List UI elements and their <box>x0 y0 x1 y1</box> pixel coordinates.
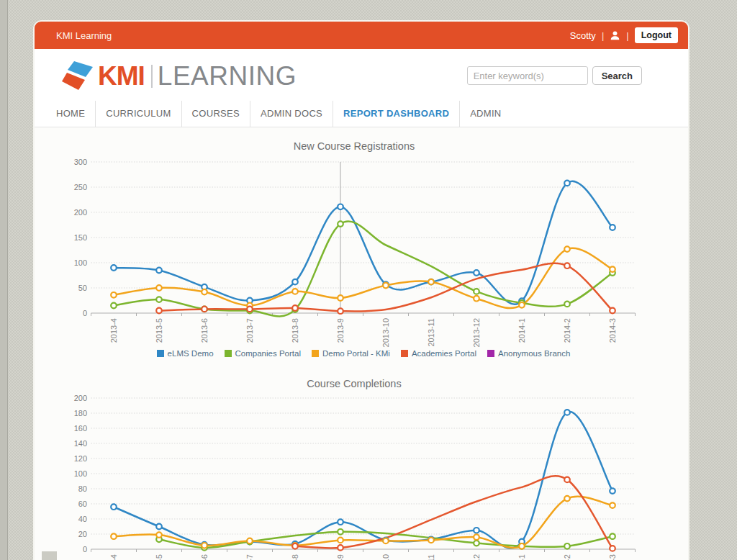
svg-text:2013-9: 2013-9 <box>336 554 345 560</box>
chart-course-completions: Course Completions0204060801001201401601… <box>35 374 688 560</box>
separator: | <box>602 30 604 41</box>
svg-text:120: 120 <box>74 454 87 463</box>
svg-text:180: 180 <box>74 409 87 417</box>
svg-text:2013-8: 2013-8 <box>291 318 299 343</box>
svg-text:2013-10: 2013-10 <box>381 554 390 560</box>
svg-text:2014-2: 2014-2 <box>563 554 571 560</box>
nav-item-admin-docs[interactable]: ADMIN DOCS <box>250 101 333 127</box>
top-bar: KMI Learning Scotty | | Logout <box>35 22 688 49</box>
svg-text:200: 200 <box>74 394 87 402</box>
svg-text:2013-12: 2013-12 <box>472 318 481 347</box>
svg-text:2014-3: 2014-3 <box>608 318 617 343</box>
svg-text:2013-7: 2013-7 <box>245 554 254 560</box>
svg-text:New Course Registrations: New Course Registrations <box>294 140 415 152</box>
chart-legend: eLMS DemoCompanies PortalDemo Portal - K… <box>91 349 636 358</box>
svg-text:100: 100 <box>74 469 87 478</box>
svg-text:150: 150 <box>74 233 87 242</box>
svg-text:100: 100 <box>74 258 87 267</box>
svg-text:2013-5: 2013-5 <box>155 554 163 560</box>
svg-text:0: 0 <box>83 545 87 554</box>
svg-text:80: 80 <box>78 484 87 493</box>
legend-swatch <box>487 350 494 357</box>
svg-text:2013-9: 2013-9 <box>336 318 345 343</box>
svg-text:2014-2: 2014-2 <box>563 318 571 343</box>
legend-item: eLMS Demo <box>157 349 214 358</box>
svg-text:2014-3: 2014-3 <box>608 554 617 560</box>
nav-item-admin[interactable]: ADMIN <box>460 101 511 127</box>
svg-text:0: 0 <box>83 309 87 317</box>
legend-swatch <box>225 350 232 357</box>
chart-new-course-registrations: New Course Registrations0501001502002503… <box>35 137 688 353</box>
search-input[interactable] <box>467 66 588 85</box>
svg-text:Course Completions: Course Completions <box>307 378 401 389</box>
legend-item: Companies Portal <box>225 349 301 358</box>
user-icon <box>610 30 620 41</box>
svg-text:40: 40 <box>78 515 87 523</box>
svg-text:2013-8: 2013-8 <box>291 554 299 560</box>
svg-text:2013-11: 2013-11 <box>427 318 435 347</box>
svg-text:50: 50 <box>78 284 87 292</box>
scroll-corner <box>42 551 57 560</box>
logout-button[interactable]: Logout <box>635 27 678 43</box>
legend-item: Anonymous Branch <box>487 349 570 358</box>
app-window: KMI Learning Scotty | | Logout KMI LEARN… <box>35 22 688 560</box>
legend-swatch <box>401 350 408 357</box>
svg-text:60: 60 <box>78 500 87 508</box>
svg-text:2013-6: 2013-6 <box>200 318 209 343</box>
legend-item: Academies Portal <box>401 349 476 358</box>
search-area: Search <box>467 66 642 85</box>
svg-text:140: 140 <box>74 439 87 448</box>
main-nav: HOMECURRICULUMCOURSESADMIN DOCSREPORT DA… <box>35 101 688 127</box>
legend-item: Demo Portal - KMi <box>312 349 390 358</box>
svg-text:200: 200 <box>74 208 87 217</box>
separator: | <box>626 30 628 41</box>
laptop-logo-icon <box>62 60 95 92</box>
svg-text:2013-6: 2013-6 <box>200 554 209 560</box>
svg-text:160: 160 <box>74 424 87 433</box>
svg-text:2013-4: 2013-4 <box>109 318 118 343</box>
svg-text:2013-12: 2013-12 <box>472 554 481 560</box>
svg-text:300: 300 <box>74 158 87 166</box>
username: Scotty <box>570 30 596 41</box>
window-edge <box>0 0 8 560</box>
topbar-user-area: Scotty | | Logout <box>570 27 678 43</box>
kmi-learning-logo: KMI LEARNING <box>62 60 297 92</box>
svg-text:2013-11: 2013-11 <box>427 554 435 560</box>
topbar-brand: KMI Learning <box>56 30 112 41</box>
svg-text:2013-7: 2013-7 <box>245 318 254 343</box>
search-button[interactable]: Search <box>592 66 642 85</box>
legend-swatch <box>157 350 164 357</box>
svg-text:2013-5: 2013-5 <box>155 318 163 343</box>
svg-text:2013-10: 2013-10 <box>381 318 390 347</box>
svg-text:2013-4: 2013-4 <box>109 554 118 560</box>
logo-text-kmi: KMI <box>98 61 145 91</box>
nav-item-home[interactable]: HOME <box>46 101 96 127</box>
svg-text:20: 20 <box>78 530 87 538</box>
nav-item-report-dashboard[interactable]: REPORT DASHBOARD <box>333 101 460 127</box>
legend-swatch <box>312 350 319 357</box>
svg-text:250: 250 <box>74 183 87 191</box>
header-row: KMI LEARNING Search <box>35 49 688 101</box>
nav-item-courses[interactable]: COURSES <box>182 101 250 127</box>
svg-text:2014-1: 2014-1 <box>517 318 526 343</box>
logo-text-learning: LEARNING <box>158 61 297 91</box>
nav-item-curriculum[interactable]: CURRICULUM <box>96 101 181 127</box>
svg-text:2014-1: 2014-1 <box>517 554 526 560</box>
logo-divider <box>151 65 153 88</box>
